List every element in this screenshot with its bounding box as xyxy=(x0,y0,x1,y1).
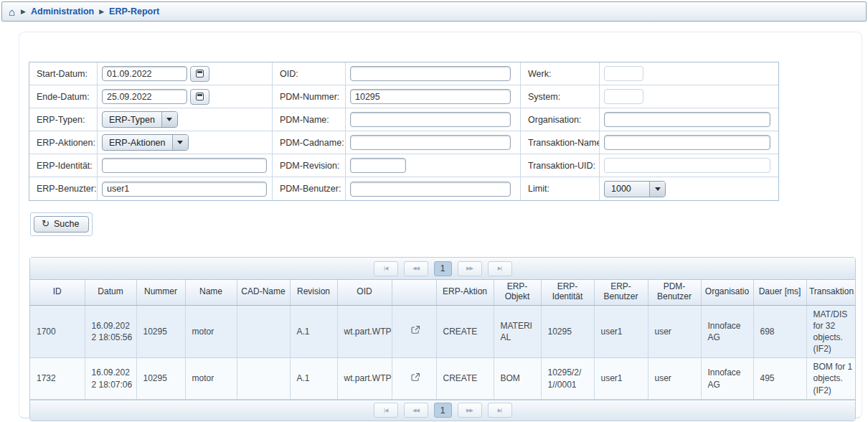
column-header-erp-benutzer: ERP-Benutzer xyxy=(594,280,648,305)
werk-label: Werk: xyxy=(521,62,600,85)
chevron-down-icon xyxy=(172,135,188,150)
pdm-benutzer-label: PDM-Benutzer: xyxy=(273,177,346,200)
pager-top-last-page-button[interactable]: ▶| xyxy=(488,261,512,276)
chevron-down-icon xyxy=(161,112,177,127)
column-header-id: ID xyxy=(30,280,85,305)
erp-identitaet-input[interactable] xyxy=(102,158,267,173)
organisation-input[interactable] xyxy=(604,112,770,127)
cell-id: 1732 xyxy=(30,358,85,400)
cell-erp-aktion: CREATE xyxy=(436,305,494,358)
werk-input[interactable] xyxy=(604,66,643,81)
breadcrumb-administration[interactable]: Administration xyxy=(31,6,94,17)
chevron-down-icon xyxy=(649,182,665,197)
cell-cad-name xyxy=(237,358,290,400)
start-datum-input[interactable] xyxy=(102,66,187,81)
cell-erp-objekt: MATERIAL xyxy=(494,305,541,358)
organisation-label: Organisation: xyxy=(521,108,600,131)
pager-top-prev-page-button[interactable]: ◀◀ xyxy=(404,261,428,276)
cell-link xyxy=(392,305,436,358)
pdm-nummer-label: PDM-Nummer: xyxy=(273,85,346,108)
oid-label: OID: xyxy=(273,62,346,85)
breadcrumb-erp-report[interactable]: ERP-Report xyxy=(109,6,159,17)
erp-identitaet-label: ERP-Identität: xyxy=(29,154,98,177)
open-object-link-icon[interactable] xyxy=(411,372,420,382)
open-object-link-icon[interactable] xyxy=(411,325,420,334)
erp-aktionen-dropdown[interactable]: ERP-Aktionen xyxy=(102,134,189,151)
column-header-datum: Datum xyxy=(85,280,136,305)
erp-typen-label: ERP-Typen: xyxy=(29,108,98,131)
cell-name: motor xyxy=(185,358,237,400)
start-datum-label: Start-Datum: xyxy=(29,62,98,85)
cell-erp-identitaet: 10295/2/1//0001 xyxy=(541,358,594,400)
pager-bottom-next-page-button[interactable]: ▶▶ xyxy=(458,403,482,418)
erp-typen-dropdown-value: ERP-Typen xyxy=(103,112,161,127)
pager-bottom-first-page-button[interactable]: |◀ xyxy=(374,403,398,418)
pager-top-current-page-button[interactable]: 1 xyxy=(434,261,452,276)
transaktion-uid-input[interactable] xyxy=(604,158,770,173)
cell-oid: wt.part.WTP xyxy=(337,358,392,400)
column-header-oid: OID xyxy=(337,280,392,305)
ende-datum-input[interactable] xyxy=(102,89,187,104)
table-header-row: ID Datum Nummer Name CAD-Name Revision O… xyxy=(30,280,856,305)
cell-erp-identitaet: 10295 xyxy=(541,305,594,358)
pager-top-first-page-button[interactable]: |◀ xyxy=(374,261,398,276)
system-input[interactable] xyxy=(604,89,643,104)
cell-erp-benutzer: user1 xyxy=(594,305,648,358)
pager-bottom-prev-page-button[interactable]: ◀◀ xyxy=(404,403,428,418)
column-header-transaktion: Transaktion xyxy=(806,280,856,305)
cell-datum: 16.09.2022 18:05:56 xyxy=(85,305,136,358)
cell-transaktion: BOM for 1 objects. (IF2) xyxy=(806,358,856,400)
pdm-name-input[interactable] xyxy=(350,112,511,127)
pager-top: |◀ ◀◀ 1 ▶▶ ▶| xyxy=(30,258,855,280)
home-icon[interactable]: ⌂ xyxy=(9,6,15,17)
column-header-erp-identitaet: ERP-Identität xyxy=(541,280,594,305)
oid-input[interactable] xyxy=(350,66,511,81)
cell-cad-name xyxy=(237,305,290,358)
breadcrumb-separator-icon: ▶ xyxy=(99,8,104,15)
cell-nummer: 10295 xyxy=(136,305,185,358)
erp-report-table: ID Datum Nummer Name CAD-Name Revision O… xyxy=(30,280,856,400)
breadcrumb-separator-icon: ▶ xyxy=(21,8,26,15)
pdm-revision-input[interactable] xyxy=(350,158,406,173)
transaktion-uid-label: Transaktion-UID: xyxy=(521,154,600,177)
cell-oid: wt.part.WTP xyxy=(337,305,392,358)
cell-dauer-ms: 495 xyxy=(753,358,806,400)
pager-bottom: |◀ ◀◀ 1 ▶▶ ▶| xyxy=(30,400,855,421)
system-label: System: xyxy=(521,85,600,108)
start-datum-calendar-button[interactable] xyxy=(190,66,209,82)
pdm-cadname-label: PDM-Cadname: xyxy=(273,131,346,154)
search-button[interactable]: ↻ Suche xyxy=(34,216,89,233)
ende-datum-calendar-button[interactable] xyxy=(190,89,209,105)
cell-revision: A.1 xyxy=(290,305,337,358)
pager-top-next-page-button[interactable]: ▶▶ xyxy=(458,261,482,276)
cell-datum: 16.09.2022 18:07:06 xyxy=(85,358,136,400)
erp-typen-dropdown[interactable]: ERP-Typen xyxy=(102,111,178,128)
erp-benutzer-label: ERP-Benuzter: xyxy=(29,177,98,200)
column-header-erp-objekt: ERP-Objekt xyxy=(494,280,541,305)
cell-transaktion: MAT/DIS for 32 objects. (IF2) xyxy=(806,305,856,358)
pager-bottom-last-page-button[interactable]: ▶| xyxy=(488,403,512,418)
cell-id: 1700 xyxy=(30,305,85,358)
cell-pdm-benutzer: user xyxy=(648,305,701,358)
transaktion-name-input[interactable] xyxy=(604,135,770,150)
column-header-organisation: Organisatio xyxy=(701,280,753,305)
limit-dropdown[interactable]: 1000 xyxy=(604,181,666,197)
pager-bottom-current-page-button[interactable]: 1 xyxy=(434,403,452,418)
erp-benutzer-input[interactable] xyxy=(102,182,267,197)
cell-erp-objekt: BOM xyxy=(494,358,541,400)
limit-dropdown-value: 1000 xyxy=(605,182,649,197)
table-row: 1732 16.09.2022 18:07:06 10295 motor A.1… xyxy=(30,358,856,400)
pdm-nummer-input[interactable] xyxy=(350,89,511,104)
pdm-revision-label: PDM-Revision: xyxy=(273,154,346,177)
filter-form: Start-Datum: OID: Werk: Ende-Datum: PDM-… xyxy=(29,62,779,201)
erp-aktionen-label: ERP-Aktionen: xyxy=(29,131,98,154)
cell-nummer: 10295 xyxy=(136,358,185,400)
pdm-benutzer-input[interactable] xyxy=(350,182,511,197)
cell-organisation: Innoface AG xyxy=(701,305,753,358)
search-button-panel: ↻ Suche xyxy=(30,212,93,236)
refresh-search-icon: ↻ xyxy=(42,220,49,228)
column-header-cad-name: CAD-Name xyxy=(237,280,290,305)
column-header-dauer-ms: Dauer [ms] xyxy=(753,280,806,305)
pdm-cadname-input[interactable] xyxy=(350,135,511,150)
breadcrumb-bar: ⌂ ▶ Administration ▶ ERP-Report xyxy=(1,1,867,22)
